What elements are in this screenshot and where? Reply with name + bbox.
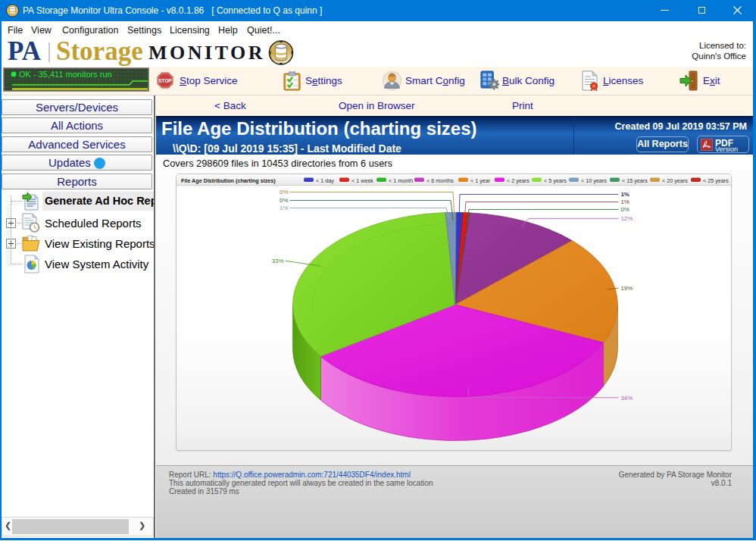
svg-text:< 2 years: < 2 years [507, 177, 530, 184]
svg-text:< 5 years: < 5 years [544, 177, 567, 184]
svg-text:File Age Distribution (chartin: File Age Distribution (charting sizes) [181, 177, 276, 184]
svg-text:0%: 0% [620, 206, 629, 213]
svg-text:< 6 months: < 6 months [426, 177, 454, 184]
svg-text:STOP: STOP [158, 78, 172, 83]
svg-text:< 1 month: < 1 month [389, 177, 413, 184]
svg-text:34%: 34% [620, 395, 633, 402]
svg-text:< 1 week: < 1 week [351, 177, 373, 184]
svg-text:< 1 day: < 1 day [316, 177, 334, 184]
svg-text:12%: 12% [620, 215, 633, 222]
svg-text:0%: 0% [280, 189, 289, 195]
svg-text:1%: 1% [620, 191, 629, 198]
svg-text:< 15 years: < 15 years [622, 177, 648, 184]
svg-text:1%: 1% [620, 199, 629, 205]
svg-text:0%: 0% [280, 197, 289, 204]
svg-text:1%: 1% [280, 205, 289, 211]
svg-text:OK - 35,411 monitors run: OK - 35,411 monitors run [19, 70, 112, 79]
svg-text:19%: 19% [620, 285, 633, 292]
svg-text:< 25 years: < 25 years [703, 177, 729, 184]
svg-text:33%: 33% [272, 258, 284, 264]
svg-text:< 20 years: < 20 years [662, 177, 688, 184]
svg-text:< 1 year: < 1 year [470, 177, 491, 184]
svg-text:< 10 years: < 10 years [581, 177, 607, 184]
